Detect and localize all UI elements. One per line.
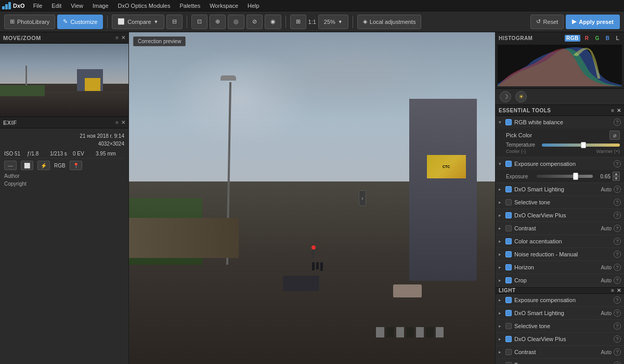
cv-checkbox[interactable]	[505, 212, 512, 218]
separator-1	[107, 16, 108, 28]
menu-workspace[interactable]: Workspace	[205, 2, 242, 10]
light-con-checkbox[interactable]	[505, 349, 512, 355]
hor-checkbox[interactable]	[505, 264, 512, 270]
hor-help-btn[interactable]: ?	[614, 264, 621, 271]
ca-checkbox[interactable]	[505, 238, 512, 244]
nr-help-btn[interactable]: ?	[614, 251, 621, 258]
menu-help[interactable]: Help	[243, 2, 264, 10]
stepper-down-btn[interactable]: ▼	[613, 176, 620, 181]
eyedropper-btn[interactable]: ⌀	[609, 131, 620, 140]
spot-button[interactable]: ◎	[228, 15, 244, 29]
customize-button[interactable]: ✎ Customize	[57, 15, 103, 29]
et-close-icon[interactable]: ✕	[617, 108, 621, 113]
temperature-slider[interactable]	[542, 144, 620, 147]
straighten-button[interactable]: ⊕	[210, 15, 226, 29]
apply-preset-button[interactable]: ▶ Apply preset	[566, 15, 620, 29]
cv-help-btn[interactable]: ?	[614, 212, 621, 219]
hist-l-btn[interactable]: L	[614, 35, 621, 42]
right-collapse-arrow[interactable]: ›	[359, 190, 366, 206]
hist-rgb-btn[interactable]: RGB	[565, 35, 580, 42]
nr-checkbox[interactable]	[505, 251, 512, 257]
light-con-row[interactable]: ▸ Contrast Auto ?	[496, 346, 624, 358]
menu-view[interactable]: View	[67, 2, 87, 10]
light-exp-help[interactable]: ?	[614, 296, 621, 304]
light-menu-icon[interactable]: ≡	[611, 288, 614, 293]
light-cv-row[interactable]: ▸ DxO ClearView Plus ?	[496, 333, 624, 345]
light-sel-row[interactable]: ▸ Selective tone ?	[496, 320, 624, 332]
exif-location-btn[interactable]: 📍	[70, 161, 82, 170]
exif-menu-icon[interactable]: ≡	[115, 120, 119, 125]
light-cv-help[interactable]: ?	[614, 335, 621, 343]
wb-moon-icon[interactable]: ☽	[500, 91, 511, 102]
menu-edit[interactable]: Edit	[47, 2, 66, 10]
tool-color-accent-row[interactable]: ▸ Color accentuation ?	[496, 235, 624, 248]
zoom-select[interactable]: 25% ▼	[318, 15, 348, 29]
menu-file[interactable]: File	[29, 2, 47, 10]
crop-button[interactable]: ⊡	[191, 15, 207, 29]
tool-rgb-wb-row[interactable]: ▾ RGB white balance ?	[496, 116, 624, 128]
light-tc-row[interactable]: ▸ Tone curve ?	[496, 359, 624, 364]
tool-clearview-row[interactable]: ▸ DxO ClearView Plus ?	[496, 209, 624, 222]
ca-help-btn[interactable]: ?	[614, 238, 621, 245]
light-smart-checkbox[interactable]	[505, 310, 512, 316]
exposure-thumb[interactable]	[573, 173, 578, 180]
light-tc-help[interactable]: ?	[614, 361, 621, 364]
toolbar: ⊞ PhotoLibrary ✎ Customize ⬜ Compare ▼ ⊟…	[0, 11, 624, 32]
exp-help-btn[interactable]: ?	[614, 160, 621, 167]
light-sel-help[interactable]: ?	[614, 322, 621, 330]
tool-smart-lighting-row[interactable]: ▸ DxO Smart Lighting Auto ?	[496, 183, 624, 196]
exif-close-icon[interactable]: ✕	[121, 120, 126, 125]
tool-horizon-row[interactable]: ▸ Horizon Auto ?	[496, 261, 624, 274]
exposure-slider[interactable]	[537, 175, 593, 178]
hist-b-btn[interactable]: B	[604, 35, 612, 42]
move-zoom-menu-icon[interactable]: ≡	[115, 35, 119, 41]
exp-checkbox[interactable]	[505, 161, 512, 167]
st-checkbox[interactable]	[505, 199, 512, 205]
light-cv-checkbox[interactable]	[505, 336, 512, 342]
sl-checkbox[interactable]	[505, 186, 512, 192]
histogram-section: HISTOGRAM RGB R G B L	[496, 32, 624, 89]
compare-button[interactable]: ⬜ Compare ▼	[112, 15, 164, 29]
tool-exposure-row[interactable]: ▾ Exposure compensation ?	[496, 158, 624, 170]
light-close-icon[interactable]: ✕	[617, 288, 621, 293]
stepper-up-btn[interactable]: ▲	[613, 172, 620, 176]
menu-dxo-optics[interactable]: DxO Optics Modules	[114, 2, 175, 10]
exif-flash-btn[interactable]: ⚡	[37, 161, 50, 170]
temperature-thumb[interactable]	[581, 142, 586, 148]
split-view-button[interactable]: ⊟	[166, 15, 183, 29]
tool-selective-tone-row[interactable]: ▸ Selective tone ?	[496, 196, 624, 209]
hist-r-btn[interactable]: R	[583, 35, 591, 42]
crop-help-btn[interactable]: ?	[614, 277, 621, 284]
menu-palettes[interactable]: Palettes	[175, 2, 204, 10]
photo-library-button[interactable]: ⊞ PhotoLibrary	[4, 15, 55, 29]
tool-noise-row[interactable]: ▸ Noise reduction - Manual ?	[496, 248, 624, 261]
reset-button[interactable]: ↺ Reset	[530, 15, 564, 29]
con-help-btn[interactable]: ?	[614, 225, 621, 232]
et-menu-icon[interactable]: ≡	[611, 108, 614, 113]
light-tc-checkbox[interactable]	[505, 362, 512, 364]
light-sel-checkbox[interactable]	[505, 323, 512, 329]
move-zoom-close-icon[interactable]: ✕	[121, 35, 126, 41]
light-smart-help[interactable]: ?	[614, 309, 621, 317]
light-exp-row[interactable]: ▸ Exposure compensation ?	[496, 294, 624, 306]
light-smart-row[interactable]: ▸ DxO Smart Lighting Auto ?	[496, 307, 624, 319]
crop-checkbox[interactable]	[505, 277, 512, 283]
tool-crop-row[interactable]: ▸ Crop Auto ?	[496, 274, 624, 287]
con-checkbox[interactable]	[505, 225, 512, 231]
hist-g-btn[interactable]: G	[593, 35, 601, 42]
zoom-lock-button[interactable]: ⊞	[290, 15, 306, 29]
local-adjustments-button[interactable]: ◈ Local adjustments	[357, 15, 422, 29]
exif-crop-btn[interactable]: ⬜	[21, 161, 33, 170]
sl-help-btn[interactable]: ?	[614, 186, 621, 193]
menu-image[interactable]: Image	[88, 2, 113, 10]
tool-contrast-row[interactable]: ▸ Contrast Auto ?	[496, 222, 624, 235]
light-con-help[interactable]: ?	[614, 348, 621, 356]
light-exp-checkbox[interactable]	[505, 297, 512, 303]
exif-dash-btn[interactable]: —	[4, 161, 17, 170]
st-help-btn[interactable]: ?	[614, 199, 621, 206]
preview-button[interactable]: ◉	[265, 15, 281, 29]
wb-checkbox[interactable]	[505, 119, 512, 125]
wb-sun-icon[interactable]: ☀	[515, 91, 527, 102]
wb-help-btn[interactable]: ?	[614, 119, 621, 126]
brush-button[interactable]: ⊘	[246, 15, 263, 29]
